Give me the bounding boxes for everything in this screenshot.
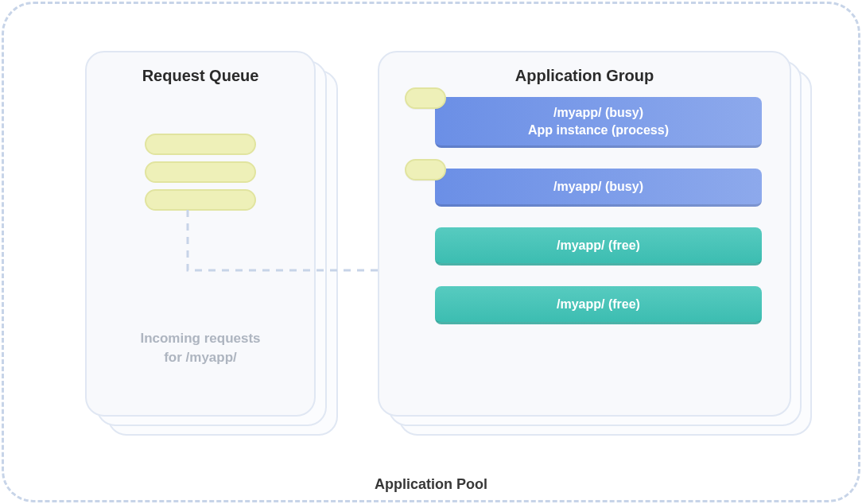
group-card-front: Application Group /myapp/ (busy) App ins… <box>378 51 791 417</box>
queue-title: Request Queue <box>87 67 314 85</box>
queue-caption-line: Incoming requests <box>87 329 314 348</box>
application-group-stack: Application Group /myapp/ (busy) App ins… <box>378 51 812 436</box>
queued-request <box>145 161 256 183</box>
app-instance-free: /myapp/ (free) <box>435 286 762 324</box>
instance-label: /myapp/ (free) <box>435 296 762 313</box>
instance-sublabel: App instance (process) <box>435 122 762 139</box>
instance-label: /myapp/ (busy) <box>435 104 762 122</box>
application-pool-label: Application Pool <box>375 476 487 493</box>
queued-request <box>145 134 256 155</box>
instance-label: /myapp/ (busy) <box>435 178 762 196</box>
instance-label: /myapp/ (free) <box>435 237 762 254</box>
queue-caption-line: for /myapp/ <box>87 348 314 367</box>
request-badge <box>405 159 446 180</box>
app-instance-free: /myapp/ (free) <box>435 227 762 266</box>
group-title: Application Group <box>379 67 790 85</box>
queue-items <box>145 134 256 217</box>
queue-caption: Incoming requests for /myapp/ <box>87 329 314 367</box>
request-badge <box>405 87 446 109</box>
queued-request <box>145 189 256 211</box>
instances-list: /myapp/ (busy) App instance (process) /m… <box>435 97 762 345</box>
app-instance-busy: /myapp/ (busy) <box>435 169 762 207</box>
app-instance-busy: /myapp/ (busy) App instance (process) <box>435 97 762 148</box>
